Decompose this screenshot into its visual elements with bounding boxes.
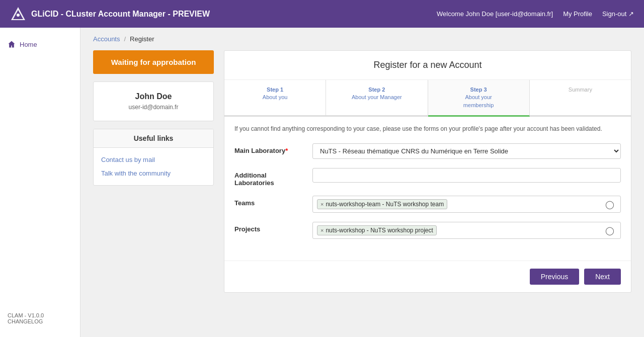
breadcrumb-current: Register xyxy=(130,35,154,43)
summary-sub: Summary xyxy=(535,86,626,94)
step-tab-summary[interactable]: Summary xyxy=(530,80,631,115)
step3-sub: About yourmembership xyxy=(433,94,524,109)
user-name: John Doe xyxy=(104,92,203,101)
step1-sub: About you xyxy=(229,94,320,101)
sidebar-bottom: CLAM - V1.0.0 CHANGELOG xyxy=(0,307,80,329)
waiting-box: Waiting for approbation xyxy=(93,50,214,74)
register-title: Register for a new Account xyxy=(224,51,631,80)
useful-links-body: Contact us by mail Talk with the communi… xyxy=(94,148,213,185)
teams-input-inner[interactable] xyxy=(450,201,601,208)
breadcrumb-separator: / xyxy=(124,35,126,43)
next-button[interactable]: Next xyxy=(584,269,621,285)
svg-point-2 xyxy=(17,14,20,17)
additional-lab-row: Additional Laboratories xyxy=(234,168,621,187)
home-icon xyxy=(8,40,16,48)
form-footer: Previous Next xyxy=(224,261,631,292)
breadcrumb-accounts[interactable]: Accounts xyxy=(93,35,120,43)
form-notice: If you cannot find anything correspondin… xyxy=(234,124,621,133)
projects-label: Projects xyxy=(234,222,305,233)
sidebar: Home CLAM - V1.0.0 CHANGELOG xyxy=(0,28,80,337)
step3-main: Step 3 xyxy=(433,86,524,94)
sign-out-icon: ↗ xyxy=(628,10,634,18)
content-area: Waiting for approbation John Doe user-id… xyxy=(93,50,631,293)
teams-row: Teams × nuts-workshop-team - NuTS worksh… xyxy=(234,196,621,213)
previous-button[interactable]: Previous xyxy=(530,269,579,285)
projects-row: Projects × nuts-workshop - NuTS workshop… xyxy=(234,222,621,239)
version-text: CLAM - V1.0.0 xyxy=(8,312,72,318)
steps-bar: Step 1 About you Step 2 About your Manag… xyxy=(224,80,631,117)
useful-links-title: Useful links xyxy=(94,129,213,148)
useful-links-card: Useful links Contact us by mail Talk wit… xyxy=(93,129,214,186)
projects-tag-remove[interactable]: × xyxy=(320,227,324,233)
header-right: Welcome John Doe [user-id@domain.fr] My … xyxy=(437,10,634,18)
projects-tag-input[interactable]: × nuts-workshop - NuTS workshop project … xyxy=(312,222,621,239)
teams-tag-remove[interactable]: × xyxy=(320,201,324,207)
app-logo-icon xyxy=(10,6,26,22)
main-content: Accounts / Register Waiting for approbat… xyxy=(80,28,644,337)
step2-sub: About your Manager xyxy=(331,94,422,101)
user-email: user-id@domain.fr xyxy=(104,104,203,111)
form-body: If you cannot find anything correspondin… xyxy=(224,117,631,256)
teams-control: × nuts-workshop-team - NuTS workshop tea… xyxy=(312,196,621,213)
projects-tag: × nuts-workshop - NuTS workshop project xyxy=(317,225,437,235)
teams-tag-label: nuts-workshop-team - NuTS workshop team xyxy=(326,201,444,208)
main-lab-select[interactable]: NuTS - Réseau thématique CNRS du Numériq… xyxy=(312,143,621,159)
additional-lab-control xyxy=(312,168,621,183)
sidebar-home-label: Home xyxy=(20,41,37,48)
my-profile-link[interactable]: My Profile xyxy=(563,10,592,18)
teams-clear-icon[interactable]: ◯ xyxy=(603,200,616,209)
left-panel: Waiting for approbation John Doe user-id… xyxy=(93,50,214,293)
changelog-text: CHANGELOG xyxy=(8,318,72,324)
header: GLiCID - CLuster Account Manager - PREVI… xyxy=(0,0,644,28)
app-title: GLiCID - CLuster Account Manager - PREVI… xyxy=(31,10,210,19)
sign-out-link[interactable]: Sign-out ↗ xyxy=(602,10,634,18)
register-panel: Register for a new Account Step 1 About … xyxy=(224,50,631,293)
step-tab-2[interactable]: Step 2 About your Manager xyxy=(326,80,428,115)
additional-lab-input[interactable] xyxy=(312,168,621,183)
sidebar-top: Home xyxy=(0,35,80,53)
step2-main: Step 2 xyxy=(331,86,422,94)
step-tab-3[interactable]: Step 3 About yourmembership xyxy=(428,80,530,117)
user-card: John Doe user-id@domain.fr xyxy=(93,81,214,121)
projects-control: × nuts-workshop - NuTS workshop project … xyxy=(312,222,621,239)
teams-tag: × nuts-workshop-team - NuTS workshop tea… xyxy=(317,199,447,209)
step1-main: Step 1 xyxy=(229,86,320,94)
waiting-label: Waiting for approbation xyxy=(111,58,196,66)
main-lab-row: Main Laboratory* NuTS - Réseau thématiqu… xyxy=(234,143,621,159)
contact-mail-link[interactable]: Contact us by mail xyxy=(101,153,206,166)
community-link[interactable]: Talk with the community xyxy=(101,166,206,180)
additional-lab-label: Additional Laboratories xyxy=(234,168,305,187)
page-layout: Home CLAM - V1.0.0 CHANGELOG Accounts / … xyxy=(0,28,644,337)
required-star: * xyxy=(285,147,288,154)
projects-tag-label: nuts-workshop - NuTS workshop project xyxy=(326,227,433,234)
projects-input-inner[interactable] xyxy=(439,227,601,234)
main-lab-control: NuTS - Réseau thématique CNRS du Numériq… xyxy=(312,143,621,159)
main-lab-label: Main Laboratory* xyxy=(234,143,305,154)
sidebar-item-home[interactable]: Home xyxy=(0,35,80,53)
projects-clear-icon[interactable]: ◯ xyxy=(603,226,616,235)
welcome-text: Welcome John Doe [user-id@domain.fr] xyxy=(437,10,553,18)
header-left: GLiCID - CLuster Account Manager - PREVI… xyxy=(10,6,210,22)
teams-tag-input[interactable]: × nuts-workshop-team - NuTS workshop tea… xyxy=(312,196,621,213)
step-tab-1[interactable]: Step 1 About you xyxy=(224,80,326,115)
breadcrumb: Accounts / Register xyxy=(93,35,631,43)
teams-label: Teams xyxy=(234,196,305,207)
